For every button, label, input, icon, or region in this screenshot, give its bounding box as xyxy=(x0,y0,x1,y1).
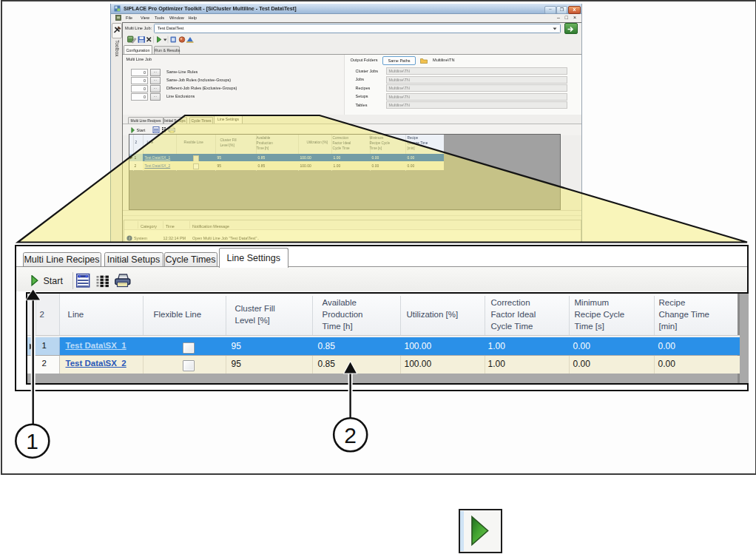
svg-text:1: 1 xyxy=(26,429,38,453)
svg-text:2: 2 xyxy=(344,423,357,447)
